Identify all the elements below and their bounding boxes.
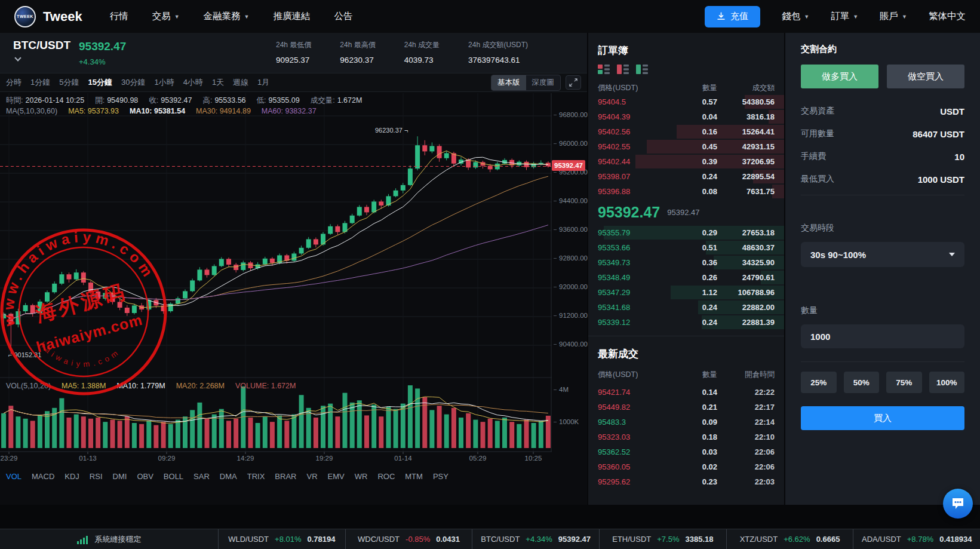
buy-button[interactable]: 買入 — [801, 406, 964, 430]
price-block: 95392.47 +4.34% — [79, 40, 126, 66]
ticker-pair: ADA/USDT — [862, 535, 901, 544]
order-book-row[interactable]: 95348.490.2624790.61 — [588, 270, 784, 285]
system-status-label: 系統縫接穩定 — [95, 534, 142, 545]
tab-basic-view[interactable]: 基本版 — [491, 75, 526, 90]
indicator-boll[interactable]: BOLL — [164, 472, 183, 481]
indicator-wr[interactable]: WR — [355, 472, 368, 481]
indicator-dma[interactable]: DMA — [220, 472, 237, 481]
ticker-item[interactable]: ADA/USDT+8.78%0.418934 — [853, 529, 980, 549]
timeframe-30分鐘[interactable]: 30分鐘 — [121, 77, 145, 88]
mid-price-row: 95392.47 95392.47 — [588, 199, 784, 225]
fullscreen-button[interactable] — [566, 75, 581, 90]
language-switcher[interactable]: 繁体中文 — [929, 10, 966, 23]
timeframe-1天[interactable]: 1天 — [212, 77, 224, 88]
recharge-button[interactable]: 充值 — [705, 6, 760, 27]
brand-logo[interactable]: TWEEK — [14, 6, 36, 27]
indicator-emv[interactable]: EMV — [328, 472, 345, 481]
vol-value: VOLUME: 1.672M — [235, 382, 296, 390]
timeframe-1小時[interactable]: 1小時 — [154, 77, 174, 88]
indicator-psy[interactable]: PSY — [433, 472, 448, 481]
percent-button-75[interactable]: 75% — [886, 372, 922, 393]
indicator-roc[interactable]: ROC — [377, 472, 395, 481]
order-book-row[interactable]: 95398.070.2422895.54 — [588, 169, 784, 184]
order-book-row[interactable]: 95402.560.1615264.41 — [588, 124, 784, 139]
price-tick-label: 92800.00 — [554, 254, 588, 262]
support-chat-button[interactable] — [943, 489, 973, 519]
ticker-item[interactable]: WLD/USDT+8.01%0.78194 — [218, 529, 345, 549]
book-amount: 37206.95 — [717, 157, 775, 166]
ticker-item[interactable]: WDC/USDT-0.85%0.0431 — [345, 529, 472, 549]
candlestick-chart[interactable] — [0, 93, 552, 490]
indicator-dmi[interactable]: DMI — [113, 472, 127, 481]
percent-button-25[interactable]: 25% — [801, 372, 837, 393]
order-book-row[interactable]: 95396.880.087631.75 — [588, 184, 784, 199]
timeframe-bar: 分時1分鐘5分鐘15分鐘30分鐘1小時4小時1天週線1月 基本版 深度圖 — [0, 73, 587, 92]
chart-area: 時間:2026-01-14 10:25開:95490.98收:95392.47高… — [0, 93, 587, 490]
indicator-brar[interactable]: BRAR — [275, 472, 296, 481]
trade-row: 95362.520.0322:06 — [588, 444, 784, 459]
order-book-row[interactable]: 95355.790.2927653.18 — [588, 225, 784, 240]
order-book-row[interactable]: 95404.50.5754380.56 — [588, 94, 784, 109]
order-book-row[interactable]: 95402.440.3937206.95 — [588, 154, 784, 169]
brand-name: Tweek — [43, 9, 82, 24]
book-price: 95347.29 — [598, 288, 679, 297]
order-book-row[interactable]: 95339.120.2422881.39 — [588, 315, 784, 330]
indicator-rsi[interactable]: RSI — [90, 472, 103, 481]
indicator-vr[interactable]: VR — [306, 472, 317, 481]
nav-item-label: 賬戶 — [880, 10, 898, 23]
timeframe-週線[interactable]: 週線 — [233, 77, 248, 88]
sell-short-button[interactable]: 做空買入 — [887, 65, 964, 88]
timeframe-分時[interactable]: 分時 — [6, 77, 21, 88]
nav-item-4[interactable]: 推廣連結 — [273, 10, 310, 23]
indicator-trix[interactable]: TRIX — [247, 472, 265, 481]
book-view-bids-icon[interactable] — [636, 65, 648, 74]
trade-price: 95483.3 — [598, 418, 679, 427]
low-annotation: ⌐ 90152.81 — [8, 351, 41, 358]
timeframe-4小時[interactable]: 4小時 — [183, 77, 203, 88]
amount-input[interactable] — [801, 324, 964, 348]
trade-panel-title: 交割合約 — [801, 44, 964, 55]
order-book-row[interactable]: 95341.680.2422882.00 — [588, 300, 784, 315]
ticker-item[interactable]: XTZ/USDT+6.62%0.6665 — [726, 529, 853, 549]
trade-time: 22:17 — [717, 403, 775, 412]
indicator-obv[interactable]: OBV — [137, 472, 153, 481]
order-book-row[interactable]: 95349.730.3634325.90 — [588, 255, 784, 270]
ticker-item[interactable]: BTC/USDT+4.34%95392.47 — [472, 529, 599, 549]
timeframe-1月[interactable]: 1月 — [257, 77, 269, 88]
book-price: 95353.66 — [598, 243, 679, 252]
tab-depth-view[interactable]: 深度圖 — [526, 75, 561, 90]
indicator-kdj[interactable]: KDJ — [64, 472, 79, 481]
symbol-selector[interactable]: BTC/USDT — [13, 39, 70, 63]
bids-list: 95355.790.2927653.1895353.660.5148630.37… — [588, 225, 784, 330]
timeframe-1分鐘[interactable]: 1分鐘 — [30, 77, 50, 88]
book-view-asks-icon[interactable] — [617, 65, 629, 74]
nav-item-3[interactable]: 金融業務▼ — [204, 10, 250, 23]
order-book-row[interactable]: 95347.291.12106788.96 — [588, 285, 784, 300]
timeframe-5分鐘[interactable]: 5分鐘 — [59, 77, 79, 88]
order-book-row[interactable]: 95404.390.043816.18 — [588, 109, 784, 124]
percent-button-100[interactable]: 100% — [929, 372, 965, 393]
indicator-vol[interactable]: VOL — [6, 472, 21, 481]
book-view-both-icon[interactable] — [598, 65, 610, 74]
time-tick-label: 01-13 — [71, 455, 105, 462]
indicator-mtm[interactable]: MTM — [405, 472, 423, 481]
buy-long-button[interactable]: 做多買入 — [801, 65, 878, 88]
order-book-row[interactable]: 95402.550.4542931.15 — [588, 139, 784, 154]
book-amount: 15264.41 — [717, 127, 775, 136]
time-tick-label: 09:29 — [150, 455, 183, 462]
indicator-macd[interactable]: MACD — [32, 472, 54, 481]
nav-item-1[interactable]: 行情 — [110, 10, 128, 23]
percent-button-50[interactable]: 50% — [844, 372, 880, 393]
nav-item-5[interactable]: 公告 — [334, 10, 352, 23]
indicator-sar[interactable]: SAR — [193, 472, 210, 481]
session-select[interactable]: 30s 90~100% — [801, 242, 964, 267]
col-time: 開倉時間 — [717, 370, 775, 380]
nav-dropdown-1[interactable]: 錢包▼ — [782, 10, 809, 23]
timeframe-15分鐘[interactable]: 15分鐘 — [88, 77, 112, 88]
ticker-item[interactable]: ETH/USDT+7.5%3385.18 — [599, 529, 726, 549]
price-change: +4.34% — [79, 57, 126, 66]
nav-dropdown-2[interactable]: 訂單▼ — [831, 10, 858, 23]
order-book-row[interactable]: 95353.660.5148630.37 — [588, 240, 784, 255]
nav-item-2[interactable]: 交易▼ — [152, 10, 180, 23]
nav-dropdown-3[interactable]: 賬戶▼ — [880, 10, 907, 23]
